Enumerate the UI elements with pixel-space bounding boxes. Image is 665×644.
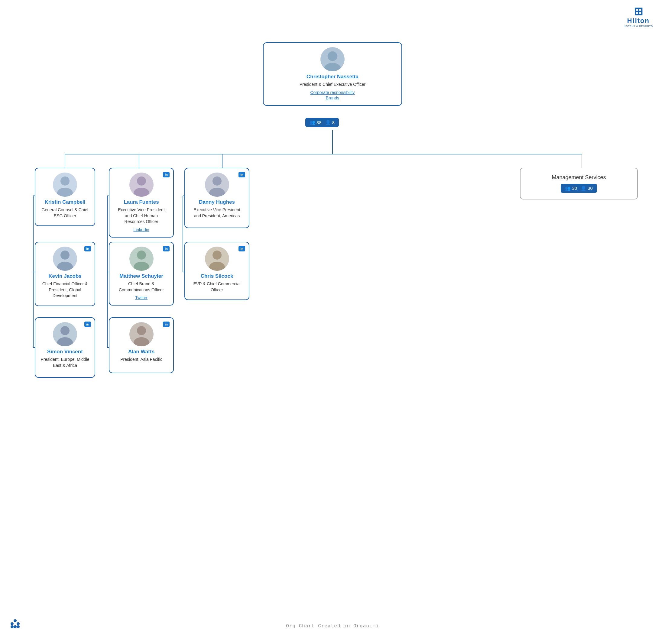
simon-linkedin-badge[interactable]: in (84, 321, 91, 327)
svg-point-39 (212, 176, 222, 186)
svg-point-47 (11, 622, 14, 625)
laura-title: Executive Vice President and Chief Human… (114, 207, 168, 225)
danny-hughes-card: in Danny Hughes Executive Vice President… (184, 168, 249, 228)
kevin-title: Chief Financial Officer & President, Glo… (40, 281, 90, 299)
ceo-link-brands[interactable]: Brands (326, 96, 339, 100)
simon-name: Simon Vincent (47, 349, 83, 355)
chris-title: EVP & Chief Commercial Officer (190, 281, 244, 293)
footer-text: Org Chart Created in Organimi (0, 623, 665, 629)
laura-linkedin-link[interactable]: Linkedin (133, 227, 149, 232)
laura-avatar (129, 173, 154, 197)
ceo-direct-stat: 👤 8 (325, 120, 335, 125)
matthew-avatar (129, 247, 154, 271)
mgmt-person-icon: 👤 (581, 186, 586, 191)
svg-point-27 (60, 326, 70, 335)
simon-avatar (53, 322, 77, 346)
alan-watts-card: in Alan Watts President, Asia Pacific (109, 317, 174, 373)
alan-title: President, Asia Pacific (120, 357, 162, 363)
svg-point-45 (14, 625, 17, 628)
logo-brand: Hilton (627, 17, 650, 25)
svg-point-49 (14, 619, 17, 622)
ceo-name: Christopher Nassetta (306, 74, 359, 80)
matthew-title: Chief Brand & Communications Officer (114, 281, 168, 293)
svg-point-46 (17, 625, 20, 628)
svg-point-44 (11, 625, 14, 628)
kristin-title: General Counsel & Chief ESG Officer (40, 207, 90, 219)
hilton-logo: ⊞ Hilton HOTELS & RESORTS (624, 6, 653, 27)
matthew-name: Matthew Schuyler (119, 273, 163, 279)
kristin-name: Kristin Campbell (44, 199, 85, 205)
matthew-schuyler-card: in Matthew Schuyler Chief Brand & Commun… (109, 242, 174, 306)
ceo-avatar (320, 47, 345, 71)
chris-linkedin-badge[interactable]: in (239, 246, 245, 251)
people-group-icon: 👥 (309, 120, 315, 125)
chris-name: Chris Silcock (201, 273, 233, 279)
svg-point-33 (137, 251, 146, 259)
svg-point-21 (60, 176, 70, 186)
mgmt-group-stat: 👥 30 (565, 186, 577, 191)
kevin-jacobs-card: in Kevin Jacobs Chief Financial Officer … (35, 242, 95, 306)
danny-linkedin-badge[interactable]: in (239, 172, 245, 177)
alan-name: Alan Watts (128, 349, 154, 355)
svg-point-18 (328, 51, 337, 61)
mgmt-direct-stat: 👤 30 (581, 186, 593, 191)
matthew-twitter-link[interactable]: Twitter (135, 295, 148, 300)
laura-name: Laura Fuentes (124, 199, 159, 205)
kristin-avatar (53, 173, 77, 197)
kevin-linkedin-badge[interactable]: in (84, 246, 91, 251)
svg-point-24 (60, 251, 70, 259)
alan-linkedin-badge[interactable]: in (163, 321, 170, 327)
ceo-group-stat: 👥 38 (309, 120, 322, 125)
logo-sub: HOTELS & RESORTS (624, 25, 653, 27)
person-icon: 👤 (325, 120, 331, 125)
mgmt-stats-badge: 👥 30 👤 30 (561, 184, 597, 193)
danny-avatar (205, 173, 229, 197)
chris-silcock-card: in Chris Silcock EVP & Chief Commercial … (184, 242, 249, 300)
kevin-name: Kevin Jacobs (49, 273, 82, 279)
ceo-link-responsibility[interactable]: Corporate responsibility (310, 90, 355, 95)
danny-name: Danny Hughes (199, 199, 235, 205)
mgmt-title: Management Services (530, 174, 628, 181)
matthew-linkedin-badge[interactable]: in (163, 246, 170, 251)
ceo-stats-badge: 👥 38 👤 8 (305, 118, 339, 127)
management-services-box: Management Services 👥 30 👤 30 (520, 168, 638, 199)
chris-avatar (205, 247, 229, 271)
kevin-avatar (53, 247, 77, 271)
ceo-title: President & Chief Executive Officer (300, 82, 365, 87)
svg-point-42 (212, 251, 222, 259)
footer-label: Org Chart Created in Organimi (286, 623, 379, 629)
svg-point-36 (137, 326, 146, 335)
svg-point-30 (137, 176, 146, 186)
danny-title: Executive Vice President and President, … (190, 207, 244, 219)
svg-point-48 (17, 622, 20, 625)
laura-fuentes-card: in Laura Fuentes Executive Vice Presiden… (109, 168, 174, 237)
footer-logo-icon (9, 618, 21, 632)
laura-linkedin-badge[interactable]: in (163, 172, 170, 177)
simon-vincent-card: in Simon Vincent President, Europe, Midd… (35, 317, 95, 378)
simon-title: President, Europe, Middle East & Africa (40, 357, 90, 368)
ceo-card: Christopher Nassetta President & Chief E… (263, 42, 402, 106)
mgmt-people-icon: 👥 (565, 186, 571, 191)
alan-avatar (129, 322, 154, 346)
kristin-campbell-card: Kristin Campbell General Counsel & Chief… (35, 168, 95, 226)
